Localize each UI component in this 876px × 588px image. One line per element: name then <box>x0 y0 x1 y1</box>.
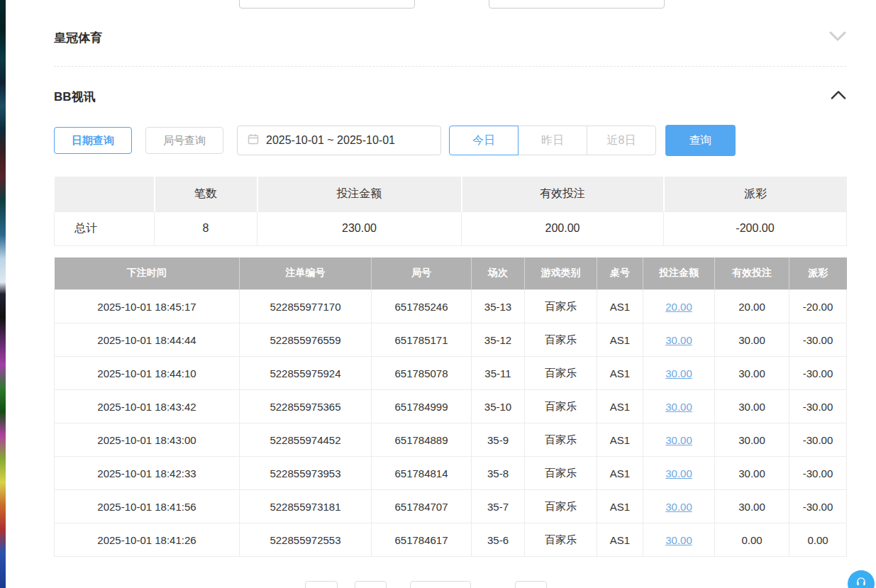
bet-amount-link[interactable]: 30.00 <box>665 334 692 346</box>
table-row: 2025-10-01 18:45:17522855977170651785246… <box>55 290 847 323</box>
cell-bet-amount: 20.00 <box>643 290 715 323</box>
cell-payout: -30.00 <box>789 423 847 457</box>
cell-table-no: AS1 <box>597 523 643 557</box>
cell-round-no: 651785078 <box>372 357 472 390</box>
detail-table: 下注时间 注单编号 局号 场次 游戏类别 桌号 投注金额 有效投注 派彩 202… <box>54 257 847 558</box>
cell-round-no: 651784617 <box>372 523 472 557</box>
cell-time: 2025-10-01 18:44:44 <box>55 323 240 357</box>
summary-header-payout: 派彩 <box>664 177 847 211</box>
cell-valid-bet: 30.00 <box>715 357 789 390</box>
section-bb-video-header[interactable]: BB视讯 <box>54 85 846 108</box>
cell-time: 2025-10-01 18:41:26 <box>55 523 240 557</box>
search-button[interactable]: 查询 <box>665 125 736 156</box>
cell-order-no: 522855972553 <box>240 523 372 557</box>
table-row: 2025-10-01 18:44:10522855975924651785078… <box>55 357 847 390</box>
cell-payout: -30.00 <box>789 357 847 390</box>
cell-bet-amount: 30.00 <box>643 323 715 357</box>
cell-valid-bet: 30.00 <box>715 490 789 523</box>
pagination-button[interactable] <box>355 581 387 588</box>
detail-header-bet-amount: 投注金额 <box>643 257 715 290</box>
cell-session: 35-8 <box>472 457 525 490</box>
cell-order-no: 522855973953 <box>240 457 372 490</box>
summary-table: 笔数 投注金额 有效投注 派彩 总计 8 230.00 200.00 -200.… <box>54 177 847 246</box>
cell-session: 35-13 <box>472 290 525 323</box>
cell-order-no: 522855974452 <box>240 423 372 457</box>
date-range-picker[interactable]: 2025-10-01 ~ 2025-10-01 <box>237 126 441 155</box>
floating-service-button[interactable] <box>848 570 875 588</box>
chevron-down-icon[interactable] <box>829 31 846 44</box>
date-query-button[interactable]: 日期查询 <box>54 127 132 154</box>
cell-time: 2025-10-01 18:41:56 <box>55 490 240 523</box>
last-8-days-button[interactable]: 近8日 <box>587 126 656 155</box>
cell-game-type: 百家乐 <box>525 490 597 523</box>
cell-order-no: 522855975924 <box>240 357 372 390</box>
pagination-page-size-select[interactable] <box>410 581 471 588</box>
cell-bet-amount: 30.00 <box>643 457 715 490</box>
bet-amount-link[interactable]: 30.00 <box>665 501 692 513</box>
cell-payout: -30.00 <box>789 390 847 423</box>
cell-time: 2025-10-01 18:42:33 <box>55 457 240 490</box>
cell-bet-amount: 30.00 <box>643 423 715 457</box>
detail-header-valid-bet: 有效投注 <box>715 257 789 290</box>
summary-total-row: 总计 8 230.00 200.00 -200.00 <box>55 211 847 245</box>
total-payout: -200.00 <box>664 211 847 245</box>
cell-session: 35-9 <box>472 423 525 457</box>
cell-time: 2025-10-01 18:43:00 <box>55 423 240 457</box>
detail-header-game-type: 游戏类别 <box>525 257 597 290</box>
bet-amount-link[interactable]: 30.00 <box>665 367 692 379</box>
bet-amount-link[interactable]: 30.00 <box>665 534 692 546</box>
section-divider <box>54 66 846 67</box>
cell-order-no: 522855976559 <box>240 323 372 357</box>
total-count: 8 <box>155 211 257 245</box>
cell-game-type: 百家乐 <box>525 357 597 390</box>
section-crown-sports-header[interactable]: 皇冠体育 <box>54 27 846 48</box>
detail-header-table-no: 桌号 <box>597 257 643 290</box>
bb-video-title: BB视讯 <box>54 89 96 105</box>
detail-header-time: 下注时间 <box>55 257 240 290</box>
round-query-button[interactable]: 局号查询 <box>145 127 223 154</box>
table-row: 2025-10-01 18:43:42522855975365651784999… <box>55 390 847 423</box>
cell-valid-bet: 30.00 <box>715 457 789 490</box>
cell-payout: 0.00 <box>789 523 847 557</box>
table-row: 2025-10-01 18:41:56522855973181651784707… <box>55 490 847 523</box>
filter-row: 日期查询 局号查询 2025-10-01 ~ 2025-10-01 今日 昨日 … <box>54 125 846 156</box>
table-row: 2025-10-01 18:42:33522855973953651784814… <box>55 457 847 490</box>
detail-header-row: 下注时间 注单编号 局号 场次 游戏类别 桌号 投注金额 有效投注 派彩 <box>55 257 847 290</box>
yesterday-button[interactable]: 昨日 <box>518 126 587 155</box>
bet-amount-link[interactable]: 30.00 <box>665 467 692 479</box>
detail-header-payout: 派彩 <box>789 257 847 290</box>
today-button[interactable]: 今日 <box>449 126 519 155</box>
total-bet-amount: 230.00 <box>257 211 462 245</box>
bet-amount-link[interactable]: 20.00 <box>665 301 692 313</box>
cell-game-type: 百家乐 <box>525 290 597 323</box>
background-strip <box>0 0 6 588</box>
cell-payout: -20.00 <box>789 290 847 323</box>
cell-round-no: 651785171 <box>372 323 472 357</box>
cell-game-type: 百家乐 <box>525 457 597 490</box>
pagination-button[interactable] <box>305 581 338 588</box>
cell-game-type: 百家乐 <box>525 523 597 557</box>
cell-session: 35-12 <box>472 323 525 357</box>
cell-table-no: AS1 <box>597 323 643 357</box>
cell-round-no: 651785246 <box>372 290 472 323</box>
chevron-up-icon[interactable] <box>831 90 846 103</box>
table-row: 2025-10-01 18:43:00522855974452651784889… <box>55 423 847 457</box>
cell-game-type: 百家乐 <box>525 390 597 423</box>
summary-header-empty <box>55 177 155 211</box>
cell-valid-bet: 0.00 <box>715 523 789 557</box>
cell-payout: -30.00 <box>789 323 847 357</box>
cell-valid-bet: 20.00 <box>715 290 789 323</box>
pagination-button[interactable] <box>515 581 547 588</box>
cell-payout: -30.00 <box>789 457 847 490</box>
total-valid-bet: 200.00 <box>462 211 664 245</box>
summary-header-count: 笔数 <box>155 177 257 211</box>
cell-bet-amount: 30.00 <box>643 357 715 390</box>
cell-game-type: 百家乐 <box>525 423 597 457</box>
table-row: 2025-10-01 18:41:26522855972553651784617… <box>55 523 847 557</box>
cell-order-no: 522855973181 <box>240 490 372 523</box>
cell-payout: -30.00 <box>789 490 847 523</box>
bet-amount-link[interactable]: 30.00 <box>665 434 692 446</box>
cell-round-no: 651784814 <box>372 457 472 490</box>
bet-amount-link[interactable]: 30.00 <box>665 401 692 413</box>
cell-table-no: AS1 <box>597 490 643 523</box>
